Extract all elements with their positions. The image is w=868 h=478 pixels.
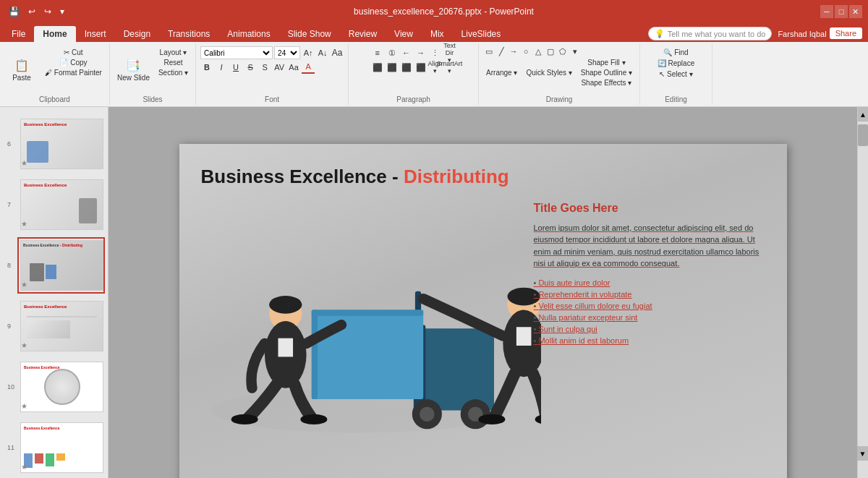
reset-button[interactable]: Reset: [156, 58, 191, 67]
slide-thumb-10[interactable]: 10 Business Excellence ★: [17, 359, 105, 415]
layout-button[interactable]: Layout ▾: [156, 48, 191, 57]
shape-outline-button[interactable]: Shape Outline ▾: [578, 68, 635, 77]
share-button[interactable]: Share: [830, 27, 862, 39]
bold-button[interactable]: B: [200, 61, 213, 74]
arrange-button[interactable]: Arrange ▾: [483, 68, 520, 77]
drawing-label: Drawing: [546, 95, 573, 103]
body-text: Lorem ipsum dolor sit amet, consectetur …: [534, 222, 765, 270]
change-case-button[interactable]: Aa: [287, 61, 300, 74]
editing-group: 🔍 Find 🔄 Replace ↖ Select ▾ Editing: [640, 43, 712, 105]
tell-me-bar[interactable]: 💡 Tell me what you want to do: [648, 27, 773, 40]
tab-mix[interactable]: Mix: [422, 26, 453, 42]
editing-label: Editing: [665, 95, 687, 103]
user-name: Farshad Iqbal: [778, 30, 826, 38]
svg-point-16: [300, 414, 327, 424]
font-size-selector[interactable]: 24: [274, 46, 300, 59]
convert-smartart-button[interactable]: SmartArt ▾: [443, 61, 456, 74]
tab-animations[interactable]: Animations: [218, 26, 278, 42]
new-slide-button[interactable]: 📑 New Slide: [114, 48, 153, 93]
tab-slideshow[interactable]: Slide Show: [279, 26, 340, 42]
redo-button[interactable]: ↪: [41, 5, 54, 18]
slide-thumb-7[interactable]: 7 Business Excellence ★: [17, 176, 105, 233]
shape-effects-button[interactable]: Shape Effects ▾: [578, 78, 635, 88]
replace-button[interactable]: 🔄 Replace: [655, 59, 697, 68]
font-size-decrease-button[interactable]: A↓: [316, 46, 329, 59]
copy-button[interactable]: 📄 Copy: [42, 58, 105, 67]
paste-button[interactable]: 📋 Paste: [4, 48, 39, 93]
slide-number-9: 9: [7, 323, 11, 330]
select-button[interactable]: ↖ Select ▾: [656, 69, 695, 79]
paste-icon: 📋: [14, 59, 29, 72]
bullets-button[interactable]: ≡: [371, 46, 384, 59]
font-color-button[interactable]: A: [302, 61, 315, 74]
rounded-rect-shape[interactable]: ▢: [545, 46, 556, 56]
font-family-selector[interactable]: Calibri: [200, 46, 273, 59]
section-button[interactable]: Section ▾: [156, 68, 191, 77]
tab-home[interactable]: Home: [34, 26, 75, 42]
font-size-increase-button[interactable]: A↑: [302, 46, 315, 59]
char-spacing-button[interactable]: AV: [273, 61, 286, 74]
arrow-shape[interactable]: →: [508, 46, 519, 56]
shape-fill-button[interactable]: Shape Fill ▾: [578, 58, 635, 67]
cut-button[interactable]: ✂ Cut: [42, 48, 105, 57]
decrease-indent-button[interactable]: ←: [400, 46, 413, 59]
slide-thumb-6[interactable]: 6 Business Excellence ★: [17, 116, 105, 172]
clear-formatting-button[interactable]: Aa: [331, 46, 344, 59]
slide-illustration: [194, 195, 541, 448]
right-scrollbar[interactable]: ▲ ▼: [857, 107, 868, 478]
close-button[interactable]: ✕: [849, 5, 862, 18]
save-button[interactable]: 💾: [6, 5, 22, 18]
minimize-button[interactable]: ─: [820, 5, 833, 18]
triangle-shape[interactable]: △: [532, 46, 544, 56]
slides-panel[interactable]: 6 Business Excellence ★ 7 Business Excel…: [0, 107, 109, 478]
undo-button[interactable]: ↩: [25, 5, 38, 18]
svg-rect-8: [311, 310, 422, 399]
restore-button[interactable]: □: [835, 5, 848, 18]
numbering-button[interactable]: ①: [386, 46, 399, 59]
italic-button[interactable]: I: [215, 61, 228, 74]
workers-svg: [194, 195, 541, 448]
align-right-button[interactable]: ⬛: [400, 61, 413, 74]
find-button[interactable]: 🔍 Find: [660, 48, 691, 57]
pentagon-shape[interactable]: ⬠: [557, 46, 569, 56]
svg-point-21: [478, 414, 505, 424]
slide-thumb-8[interactable]: 8 Business Excellence - Distributing ★: [17, 237, 105, 294]
bullet-item-6: Mollit anim id est laborum: [534, 336, 765, 345]
title-bar: 💾 ↩ ↪ ▾ business_excellence_20676.pptx -…: [0, 0, 868, 23]
slide-thumb-11[interactable]: 11 Business Excellence ★: [17, 419, 105, 476]
align-center-button[interactable]: ⬛: [386, 61, 399, 74]
tab-review[interactable]: Review: [340, 26, 386, 42]
oval-shape[interactable]: ○: [520, 46, 532, 56]
more-shapes[interactable]: ▾: [569, 46, 581, 56]
increase-indent-button[interactable]: →: [414, 46, 427, 59]
align-left-button[interactable]: ⬛: [371, 61, 384, 74]
slide-canvas[interactable]: Business Excellence - Distributing: [179, 144, 787, 479]
columns-button[interactable]: ⋮: [429, 46, 442, 59]
customize-quick-access-button[interactable]: ▾: [57, 5, 67, 18]
bullet-list: Duis aute irure dolor Reprehenderit in v…: [534, 278, 765, 345]
canvas-area[interactable]: Business Excellence - Distributing: [109, 107, 857, 478]
shadow-button[interactable]: S: [258, 61, 271, 74]
tab-design[interactable]: Design: [115, 26, 159, 42]
svg-point-12: [269, 296, 302, 314]
window-title: business_excellence_20676.pptx - PowerPo…: [354, 7, 534, 17]
slide-preview-10: Business Excellence ★: [20, 362, 103, 412]
bullet-item-1: Duis aute irure dolor: [534, 278, 765, 287]
tab-liveslides[interactable]: LiveSlides: [453, 26, 510, 42]
strikethrough-button[interactable]: S: [244, 61, 257, 74]
quick-styles-button[interactable]: Quick Styles ▾: [523, 68, 574, 77]
tab-insert[interactable]: Insert: [76, 26, 115, 42]
slide-number-10: 10: [7, 383, 14, 390]
tab-view[interactable]: View: [386, 26, 422, 42]
justify-button[interactable]: ⬛: [414, 61, 427, 74]
text-direction-button[interactable]: Text Dir ▾: [443, 46, 456, 59]
clipboard-group: 📋 Paste ✂ Cut 📄 Copy 🖌 Format Painter Cl…: [0, 43, 110, 105]
tab-file[interactable]: File: [3, 26, 34, 42]
line-shape[interactable]: ╱: [495, 46, 507, 56]
slide-thumb-9[interactable]: 9 Business Excellence ★: [17, 298, 105, 354]
underline-button[interactable]: U: [229, 61, 242, 74]
slide-star-9: ★: [21, 341, 27, 349]
format-painter-button[interactable]: 🖌 Format Painter: [42, 68, 105, 77]
rectangle-shape[interactable]: ▭: [483, 46, 495, 56]
tab-transitions[interactable]: Transitions: [159, 26, 218, 42]
